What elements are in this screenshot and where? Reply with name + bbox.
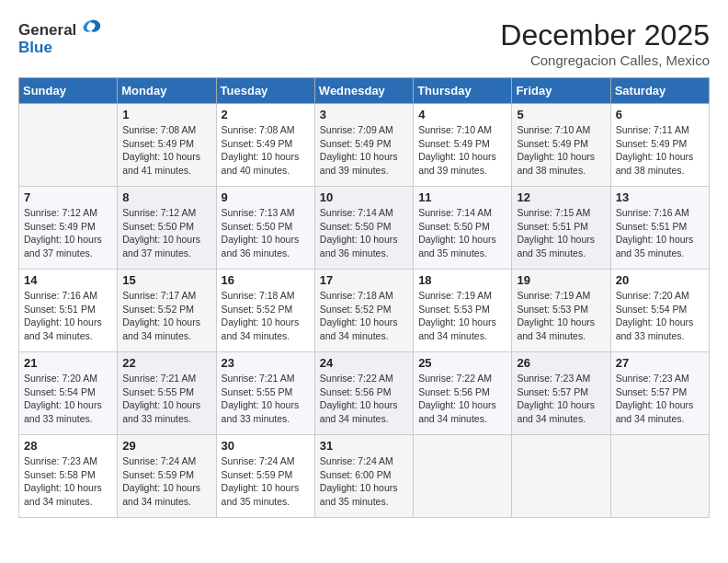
day-cell: 15Sunrise: 7:17 AM Sunset: 5:52 PM Dayli…: [118, 270, 216, 352]
month-title: December 2025: [500, 18, 710, 52]
day-cell: 20Sunrise: 7:20 AM Sunset: 5:54 PM Dayli…: [610, 270, 709, 352]
day-number: 2: [222, 108, 310, 121]
header-thursday: Thursday: [414, 78, 512, 104]
day-info: Sunrise: 7:23 AM Sunset: 5:57 PM Dayligh…: [517, 372, 605, 426]
header-sunday: Sunday: [19, 78, 118, 104]
day-info: Sunrise: 7:24 AM Sunset: 5:59 PM Dayligh…: [122, 454, 210, 509]
day-number: 13: [616, 190, 704, 204]
day-info: Sunrise: 7:13 AM Sunset: 5:50 PM Dayligh…: [222, 206, 310, 260]
day-info: Sunrise: 7:24 AM Sunset: 6:00 PM Dayligh…: [320, 454, 408, 509]
day-cell: 24Sunrise: 7:22 AM Sunset: 5:56 PM Dayli…: [314, 352, 413, 435]
day-cell: 4Sunrise: 7:10 AM Sunset: 5:49 PM Daylig…: [414, 104, 512, 187]
day-cell: 7Sunrise: 7:12 AM Sunset: 5:49 PM Daylig…: [19, 187, 118, 270]
day-cell: [512, 435, 610, 518]
day-cell: 3Sunrise: 7:09 AM Sunset: 5:49 PM Daylig…: [314, 104, 413, 187]
day-info: Sunrise: 7:09 AM Sunset: 5:49 PM Dayligh…: [320, 123, 408, 178]
day-cell: 22Sunrise: 7:21 AM Sunset: 5:55 PM Dayli…: [118, 352, 216, 435]
day-number: 23: [222, 356, 310, 370]
day-number: 17: [320, 273, 408, 287]
day-info: Sunrise: 7:21 AM Sunset: 5:55 PM Dayligh…: [222, 372, 310, 426]
day-info: Sunrise: 7:11 AM Sunset: 5:49 PM Dayligh…: [616, 123, 704, 178]
calendar-table: SundayMondayTuesdayWednesdayThursdayFrid…: [18, 77, 710, 518]
day-cell: 29Sunrise: 7:24 AM Sunset: 5:59 PM Dayli…: [118, 435, 216, 518]
day-cell: 30Sunrise: 7:24 AM Sunset: 5:59 PM Dayli…: [216, 435, 314, 518]
day-number: 28: [24, 439, 112, 453]
header: General Blue December 2025 Congregacion …: [18, 18, 710, 68]
day-info: Sunrise: 7:10 AM Sunset: 5:49 PM Dayligh…: [418, 123, 506, 178]
week-row-1: 1Sunrise: 7:08 AM Sunset: 5:49 PM Daylig…: [19, 104, 710, 187]
day-number: 27: [616, 356, 704, 370]
day-cell: 12Sunrise: 7:15 AM Sunset: 5:51 PM Dayli…: [512, 187, 610, 270]
day-info: Sunrise: 7:10 AM Sunset: 5:49 PM Dayligh…: [517, 123, 605, 178]
day-info: Sunrise: 7:22 AM Sunset: 5:56 PM Dayligh…: [320, 372, 408, 426]
logo-blue-text: Blue: [18, 39, 52, 57]
day-number: 7: [24, 190, 112, 204]
day-cell: [19, 104, 118, 187]
day-number: 12: [517, 190, 605, 204]
day-cell: 6Sunrise: 7:11 AM Sunset: 5:49 PM Daylig…: [610, 104, 709, 187]
day-info: Sunrise: 7:14 AM Sunset: 5:50 PM Dayligh…: [418, 206, 506, 260]
day-cell: 13Sunrise: 7:16 AM Sunset: 5:51 PM Dayli…: [610, 187, 709, 270]
day-number: 1: [122, 108, 210, 121]
day-cell: 23Sunrise: 7:21 AM Sunset: 5:55 PM Dayli…: [216, 352, 314, 435]
header-monday: Monday: [118, 78, 216, 104]
week-row-2: 7Sunrise: 7:12 AM Sunset: 5:49 PM Daylig…: [19, 187, 710, 270]
day-cell: 10Sunrise: 7:14 AM Sunset: 5:50 PM Dayli…: [314, 187, 413, 270]
day-number: 16: [222, 273, 310, 287]
day-info: Sunrise: 7:19 AM Sunset: 5:53 PM Dayligh…: [418, 289, 506, 343]
header-tuesday: Tuesday: [216, 78, 314, 104]
day-info: Sunrise: 7:21 AM Sunset: 5:55 PM Dayligh…: [122, 372, 210, 426]
day-cell: 17Sunrise: 7:18 AM Sunset: 5:52 PM Dayli…: [314, 270, 413, 352]
day-number: 21: [24, 356, 112, 370]
day-cell: 16Sunrise: 7:18 AM Sunset: 5:52 PM Dayli…: [216, 270, 314, 352]
logo-general-text: General: [18, 21, 76, 40]
day-cell: 11Sunrise: 7:14 AM Sunset: 5:50 PM Dayli…: [414, 187, 512, 270]
day-number: 25: [418, 356, 506, 370]
day-cell: 26Sunrise: 7:23 AM Sunset: 5:57 PM Dayli…: [512, 352, 610, 435]
day-cell: 21Sunrise: 7:20 AM Sunset: 5:54 PM Dayli…: [19, 352, 118, 435]
week-row-3: 14Sunrise: 7:16 AM Sunset: 5:51 PM Dayli…: [19, 270, 710, 352]
day-cell: 14Sunrise: 7:16 AM Sunset: 5:51 PM Dayli…: [19, 270, 118, 352]
day-number: 26: [517, 356, 605, 370]
calendar-header-row: SundayMondayTuesdayWednesdayThursdayFrid…: [19, 78, 710, 104]
day-cell: [414, 435, 512, 518]
day-info: Sunrise: 7:17 AM Sunset: 5:52 PM Dayligh…: [122, 289, 210, 343]
day-number: 11: [418, 190, 506, 204]
day-cell: 5Sunrise: 7:10 AM Sunset: 5:49 PM Daylig…: [512, 104, 610, 187]
day-number: 19: [517, 273, 605, 287]
day-info: Sunrise: 7:08 AM Sunset: 5:49 PM Dayligh…: [122, 123, 210, 178]
day-info: Sunrise: 7:08 AM Sunset: 5:49 PM Dayligh…: [222, 123, 310, 178]
day-number: 22: [122, 356, 210, 370]
header-friday: Friday: [512, 78, 610, 104]
day-number: 5: [517, 108, 605, 121]
day-number: 18: [418, 273, 506, 287]
day-cell: 18Sunrise: 7:19 AM Sunset: 5:53 PM Dayli…: [414, 270, 512, 352]
location-title: Congregacion Calles, Mexico: [500, 52, 710, 68]
day-info: Sunrise: 7:23 AM Sunset: 5:57 PM Dayligh…: [616, 372, 704, 426]
day-info: Sunrise: 7:20 AM Sunset: 5:54 PM Dayligh…: [616, 289, 704, 343]
logo-bird-icon: [78, 18, 104, 42]
day-cell: 8Sunrise: 7:12 AM Sunset: 5:50 PM Daylig…: [118, 187, 216, 270]
day-info: Sunrise: 7:22 AM Sunset: 5:56 PM Dayligh…: [418, 372, 506, 426]
day-info: Sunrise: 7:24 AM Sunset: 5:59 PM Dayligh…: [222, 454, 310, 509]
day-number: 10: [320, 190, 408, 204]
header-wednesday: Wednesday: [314, 78, 413, 104]
day-number: 15: [122, 273, 210, 287]
day-number: 6: [616, 108, 704, 121]
day-info: Sunrise: 7:12 AM Sunset: 5:50 PM Dayligh…: [122, 206, 210, 260]
day-cell: 2Sunrise: 7:08 AM Sunset: 5:49 PM Daylig…: [216, 104, 314, 187]
day-number: 24: [320, 356, 408, 370]
day-cell: 9Sunrise: 7:13 AM Sunset: 5:50 PM Daylig…: [216, 187, 314, 270]
day-number: 8: [122, 190, 210, 204]
day-number: 4: [418, 108, 506, 121]
day-cell: 19Sunrise: 7:19 AM Sunset: 5:53 PM Dayli…: [512, 270, 610, 352]
day-cell: 25Sunrise: 7:22 AM Sunset: 5:56 PM Dayli…: [414, 352, 512, 435]
day-number: 3: [320, 108, 408, 121]
day-info: Sunrise: 7:23 AM Sunset: 5:58 PM Dayligh…: [24, 454, 112, 509]
day-cell: 28Sunrise: 7:23 AM Sunset: 5:58 PM Dayli…: [19, 435, 118, 518]
week-row-5: 28Sunrise: 7:23 AM Sunset: 5:58 PM Dayli…: [19, 435, 710, 518]
day-info: Sunrise: 7:16 AM Sunset: 5:51 PM Dayligh…: [616, 206, 704, 260]
header-saturday: Saturday: [610, 78, 709, 104]
week-row-4: 21Sunrise: 7:20 AM Sunset: 5:54 PM Dayli…: [19, 352, 710, 435]
day-number: 31: [320, 439, 408, 453]
